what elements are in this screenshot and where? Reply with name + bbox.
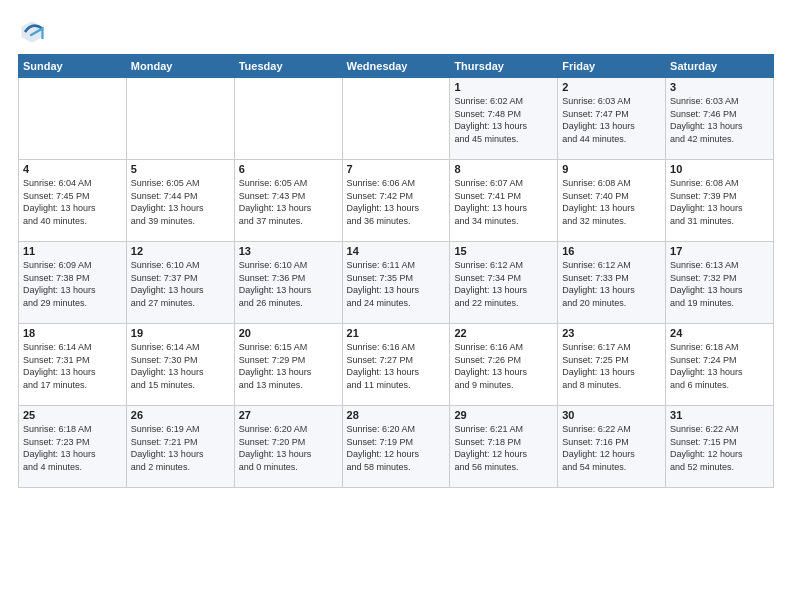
day-cell-30: 30Sunrise: 6:22 AM Sunset: 7:16 PM Dayli… <box>558 406 666 488</box>
week-row-4: 18Sunrise: 6:14 AM Sunset: 7:31 PM Dayli… <box>19 324 774 406</box>
day-number: 21 <box>347 327 446 339</box>
day-number: 14 <box>347 245 446 257</box>
day-cell-9: 9Sunrise: 6:08 AM Sunset: 7:40 PM Daylig… <box>558 160 666 242</box>
week-row-2: 4Sunrise: 6:04 AM Sunset: 7:45 PM Daylig… <box>19 160 774 242</box>
day-number: 24 <box>670 327 769 339</box>
weekday-header-sunday: Sunday <box>19 55 127 78</box>
day-cell-8: 8Sunrise: 6:07 AM Sunset: 7:41 PM Daylig… <box>450 160 558 242</box>
weekday-header-saturday: Saturday <box>666 55 774 78</box>
day-number: 1 <box>454 81 553 93</box>
day-info: Sunrise: 6:08 AM Sunset: 7:39 PM Dayligh… <box>670 177 769 227</box>
day-cell-12: 12Sunrise: 6:10 AM Sunset: 7:37 PM Dayli… <box>126 242 234 324</box>
calendar-table: SundayMondayTuesdayWednesdayThursdayFrid… <box>18 54 774 488</box>
day-info: Sunrise: 6:03 AM Sunset: 7:46 PM Dayligh… <box>670 95 769 145</box>
day-info: Sunrise: 6:10 AM Sunset: 7:37 PM Dayligh… <box>131 259 230 309</box>
day-info: Sunrise: 6:11 AM Sunset: 7:35 PM Dayligh… <box>347 259 446 309</box>
day-number: 23 <box>562 327 661 339</box>
day-number: 11 <box>23 245 122 257</box>
day-number: 13 <box>239 245 338 257</box>
day-info: Sunrise: 6:12 AM Sunset: 7:33 PM Dayligh… <box>562 259 661 309</box>
day-info: Sunrise: 6:15 AM Sunset: 7:29 PM Dayligh… <box>239 341 338 391</box>
day-number: 17 <box>670 245 769 257</box>
day-number: 10 <box>670 163 769 175</box>
day-info: Sunrise: 6:04 AM Sunset: 7:45 PM Dayligh… <box>23 177 122 227</box>
day-info: Sunrise: 6:05 AM Sunset: 7:44 PM Dayligh… <box>131 177 230 227</box>
day-cell-16: 16Sunrise: 6:12 AM Sunset: 7:33 PM Dayli… <box>558 242 666 324</box>
day-cell-10: 10Sunrise: 6:08 AM Sunset: 7:39 PM Dayli… <box>666 160 774 242</box>
day-number: 5 <box>131 163 230 175</box>
week-row-3: 11Sunrise: 6:09 AM Sunset: 7:38 PM Dayli… <box>19 242 774 324</box>
weekday-header-row: SundayMondayTuesdayWednesdayThursdayFrid… <box>19 55 774 78</box>
day-info: Sunrise: 6:09 AM Sunset: 7:38 PM Dayligh… <box>23 259 122 309</box>
day-number: 26 <box>131 409 230 421</box>
svg-marker-0 <box>22 22 43 43</box>
day-info: Sunrise: 6:08 AM Sunset: 7:40 PM Dayligh… <box>562 177 661 227</box>
day-cell-3: 3Sunrise: 6:03 AM Sunset: 7:46 PM Daylig… <box>666 78 774 160</box>
day-info: Sunrise: 6:06 AM Sunset: 7:42 PM Dayligh… <box>347 177 446 227</box>
day-info: Sunrise: 6:21 AM Sunset: 7:18 PM Dayligh… <box>454 423 553 473</box>
day-info: Sunrise: 6:02 AM Sunset: 7:48 PM Dayligh… <box>454 95 553 145</box>
day-number: 29 <box>454 409 553 421</box>
day-info: Sunrise: 6:12 AM Sunset: 7:34 PM Dayligh… <box>454 259 553 309</box>
day-cell-11: 11Sunrise: 6:09 AM Sunset: 7:38 PM Dayli… <box>19 242 127 324</box>
day-number: 15 <box>454 245 553 257</box>
weekday-header-thursday: Thursday <box>450 55 558 78</box>
day-cell-22: 22Sunrise: 6:16 AM Sunset: 7:26 PM Dayli… <box>450 324 558 406</box>
day-cell-18: 18Sunrise: 6:14 AM Sunset: 7:31 PM Dayli… <box>19 324 127 406</box>
day-number: 16 <box>562 245 661 257</box>
day-cell-1: 1Sunrise: 6:02 AM Sunset: 7:48 PM Daylig… <box>450 78 558 160</box>
day-cell-26: 26Sunrise: 6:19 AM Sunset: 7:21 PM Dayli… <box>126 406 234 488</box>
day-cell-5: 5Sunrise: 6:05 AM Sunset: 7:44 PM Daylig… <box>126 160 234 242</box>
day-number: 27 <box>239 409 338 421</box>
day-cell-19: 19Sunrise: 6:14 AM Sunset: 7:30 PM Dayli… <box>126 324 234 406</box>
day-cell-15: 15Sunrise: 6:12 AM Sunset: 7:34 PM Dayli… <box>450 242 558 324</box>
day-cell-28: 28Sunrise: 6:20 AM Sunset: 7:19 PM Dayli… <box>342 406 450 488</box>
day-info: Sunrise: 6:13 AM Sunset: 7:32 PM Dayligh… <box>670 259 769 309</box>
weekday-header-monday: Monday <box>126 55 234 78</box>
day-cell-empty <box>342 78 450 160</box>
day-cell-empty <box>19 78 127 160</box>
calendar-page: SundayMondayTuesdayWednesdayThursdayFrid… <box>0 0 792 612</box>
logo-icon <box>18 18 46 46</box>
header <box>18 18 774 46</box>
weekday-header-tuesday: Tuesday <box>234 55 342 78</box>
day-cell-4: 4Sunrise: 6:04 AM Sunset: 7:45 PM Daylig… <box>19 160 127 242</box>
day-number: 12 <box>131 245 230 257</box>
day-number: 3 <box>670 81 769 93</box>
day-cell-23: 23Sunrise: 6:17 AM Sunset: 7:25 PM Dayli… <box>558 324 666 406</box>
logo <box>18 18 50 46</box>
day-cell-14: 14Sunrise: 6:11 AM Sunset: 7:35 PM Dayli… <box>342 242 450 324</box>
day-info: Sunrise: 6:18 AM Sunset: 7:23 PM Dayligh… <box>23 423 122 473</box>
day-cell-20: 20Sunrise: 6:15 AM Sunset: 7:29 PM Dayli… <box>234 324 342 406</box>
day-number: 25 <box>23 409 122 421</box>
day-cell-21: 21Sunrise: 6:16 AM Sunset: 7:27 PM Dayli… <box>342 324 450 406</box>
weekday-header-wednesday: Wednesday <box>342 55 450 78</box>
day-cell-13: 13Sunrise: 6:10 AM Sunset: 7:36 PM Dayli… <box>234 242 342 324</box>
day-cell-29: 29Sunrise: 6:21 AM Sunset: 7:18 PM Dayli… <box>450 406 558 488</box>
day-info: Sunrise: 6:16 AM Sunset: 7:27 PM Dayligh… <box>347 341 446 391</box>
day-number: 2 <box>562 81 661 93</box>
day-info: Sunrise: 6:20 AM Sunset: 7:20 PM Dayligh… <box>239 423 338 473</box>
day-cell-empty <box>234 78 342 160</box>
day-info: Sunrise: 6:20 AM Sunset: 7:19 PM Dayligh… <box>347 423 446 473</box>
day-number: 18 <box>23 327 122 339</box>
day-number: 19 <box>131 327 230 339</box>
weekday-header-friday: Friday <box>558 55 666 78</box>
day-info: Sunrise: 6:22 AM Sunset: 7:16 PM Dayligh… <box>562 423 661 473</box>
day-cell-31: 31Sunrise: 6:22 AM Sunset: 7:15 PM Dayli… <box>666 406 774 488</box>
day-info: Sunrise: 6:22 AM Sunset: 7:15 PM Dayligh… <box>670 423 769 473</box>
day-info: Sunrise: 6:14 AM Sunset: 7:31 PM Dayligh… <box>23 341 122 391</box>
day-number: 7 <box>347 163 446 175</box>
day-info: Sunrise: 6:07 AM Sunset: 7:41 PM Dayligh… <box>454 177 553 227</box>
day-number: 30 <box>562 409 661 421</box>
day-info: Sunrise: 6:10 AM Sunset: 7:36 PM Dayligh… <box>239 259 338 309</box>
week-row-1: 1Sunrise: 6:02 AM Sunset: 7:48 PM Daylig… <box>19 78 774 160</box>
day-number: 31 <box>670 409 769 421</box>
day-cell-27: 27Sunrise: 6:20 AM Sunset: 7:20 PM Dayli… <box>234 406 342 488</box>
day-cell-6: 6Sunrise: 6:05 AM Sunset: 7:43 PM Daylig… <box>234 160 342 242</box>
day-number: 9 <box>562 163 661 175</box>
day-info: Sunrise: 6:18 AM Sunset: 7:24 PM Dayligh… <box>670 341 769 391</box>
day-cell-2: 2Sunrise: 6:03 AM Sunset: 7:47 PM Daylig… <box>558 78 666 160</box>
week-row-5: 25Sunrise: 6:18 AM Sunset: 7:23 PM Dayli… <box>19 406 774 488</box>
day-info: Sunrise: 6:17 AM Sunset: 7:25 PM Dayligh… <box>562 341 661 391</box>
